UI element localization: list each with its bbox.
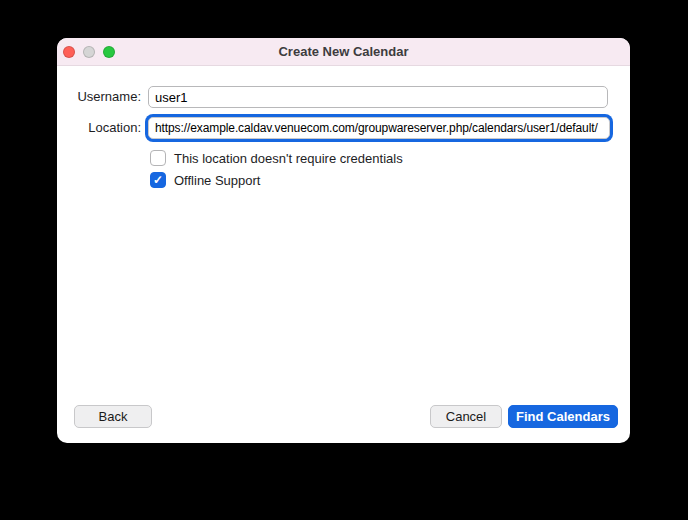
credentials-checkbox[interactable] <box>150 150 166 166</box>
create-new-calendar-dialog: Create New Calendar Username: Location: … <box>57 38 630 443</box>
titlebar[interactable]: Create New Calendar <box>57 38 630 66</box>
credentials-checkbox-row: This location doesn't require credential… <box>150 150 403 166</box>
offline-support-checkbox-label: Offline Support <box>174 173 260 188</box>
cancel-button[interactable]: Cancel <box>430 405 502 428</box>
find-calendars-button[interactable]: Find Calendars <box>508 405 618 428</box>
username-label: Username: <box>57 86 141 108</box>
back-button[interactable]: Back <box>74 405 152 428</box>
offline-support-checkbox-row: Offline Support <box>150 172 260 188</box>
credentials-checkbox-label: This location doesn't require credential… <box>174 151 403 166</box>
desktop-background: { "window": { "title": "Create New Calen… <box>0 0 688 520</box>
username-input[interactable] <box>148 86 608 108</box>
window-title: Create New Calendar <box>57 38 630 66</box>
location-input[interactable] <box>148 117 610 139</box>
location-label: Location: <box>57 117 141 139</box>
offline-support-checkbox[interactable] <box>150 172 166 188</box>
